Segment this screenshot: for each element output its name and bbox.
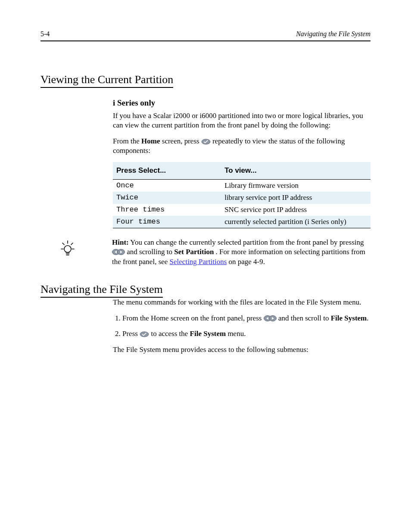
nav-steps: From the Home screen on the front panel,…	[113, 314, 371, 339]
table-row: Twice library service port IP address	[113, 192, 371, 204]
nav-step-1: From the Home screen on the front panel,…	[122, 314, 371, 324]
hint-after-link: on page 4-9.	[229, 258, 265, 266]
cell-key: Three times	[113, 204, 221, 216]
nav-end-para: The File System menu provides access to …	[113, 345, 371, 355]
step-1-prefix: From the	[113, 137, 140, 145]
table-row: Four times currently selected partition …	[113, 216, 371, 228]
cell-key: Twice	[113, 192, 221, 204]
col-head-view: To view...	[221, 162, 371, 180]
nav-step-2: Press to access the File System menu.	[122, 329, 371, 339]
section-crumb: Navigating the File System	[296, 30, 371, 38]
table-row: Once Library firmware version	[113, 179, 371, 192]
file-system-label-2: File System	[190, 330, 226, 338]
cell-val: Library firmware version	[221, 179, 371, 192]
cell-key: Once	[113, 179, 221, 192]
select-check-icon	[140, 331, 149, 337]
section-title: Viewing the Current Partition	[40, 73, 173, 88]
cell-key: Four times	[113, 216, 221, 228]
hint-text-1: You can change the currently selected pa…	[130, 238, 364, 246]
hint-text-2: and scrolling to	[127, 248, 172, 256]
cell-val: library service port IP address	[221, 192, 371, 204]
nav-step-2c: menu.	[227, 330, 246, 338]
set-partition-label: Set Partition	[174, 248, 214, 256]
subsection-title: i Series only	[113, 98, 371, 108]
left-right-arrow-icon	[112, 249, 125, 255]
table-row: Three times SNC service port IP address	[113, 204, 371, 216]
file-system-label: File System	[331, 314, 367, 322]
home-label: Home	[141, 137, 160, 145]
nav-step-1b: and then scroll to	[278, 314, 329, 322]
svg-point-1	[64, 246, 71, 252]
nav-step-2b: to access the	[151, 330, 188, 338]
hint-lead: Hint:	[112, 238, 129, 246]
step-1: From the Home screen, press repeatedly t…	[113, 137, 371, 156]
nav-section-title: Navigating the File System	[40, 283, 163, 298]
svg-line-3	[62, 243, 64, 245]
svg-line-4	[71, 243, 73, 245]
page-header: 5-4 Navigating the File System	[40, 30, 371, 41]
intro-paragraph: If you have a Scalar i2000 or i6000 part…	[113, 111, 371, 131]
select-check-icon	[201, 139, 211, 145]
left-right-arrow-icon	[264, 315, 277, 322]
col-head-press: Press Select...	[113, 162, 221, 180]
lightbulb-icon	[60, 240, 75, 258]
cell-val: currently selected partition (i Series o…	[221, 216, 371, 228]
selecting-partitions-link[interactable]: Selecting Partitions	[170, 258, 227, 266]
cell-val: SNC service port IP address	[221, 204, 371, 216]
status-table: Press Select... To view... Once Library …	[113, 162, 371, 228]
hint-block: Hint: You can change the currently selec…	[40, 238, 371, 267]
page-number: 5-4	[40, 30, 50, 38]
nav-intro: The menu commands for working with the f…	[113, 298, 371, 307]
nav-step-1a: From the Home screen on the front panel,…	[122, 314, 262, 322]
step-1-mid: screen, press	[162, 137, 199, 145]
nav-step-2a: Press	[122, 330, 138, 338]
